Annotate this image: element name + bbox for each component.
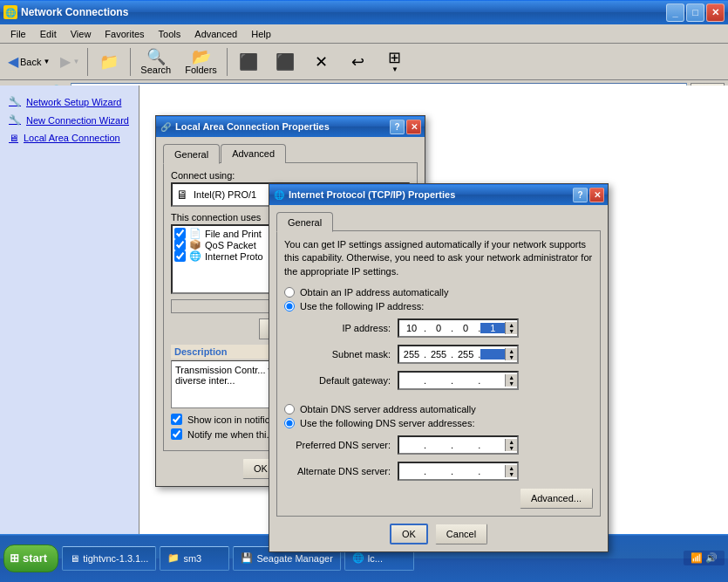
ip-seg-2[interactable] (426, 323, 451, 333)
adns-seg-4[interactable] (480, 466, 505, 476)
views-button[interactable]: ⊞ ▼ (378, 47, 412, 76)
forward-button[interactable]: ▶ ▼ (56, 51, 84, 72)
pdns-spin-up[interactable]: ▲ (506, 439, 517, 445)
tcp-cancel-button[interactable]: Cancel (435, 524, 487, 544)
sidebar-item-new-connection[interactable]: 🔧 New Connection Wizard (7, 111, 132, 129)
menu-view[interactable]: View (64, 27, 99, 41)
pdns-spinbox[interactable]: ▲ ▼ (505, 439, 517, 451)
menu-advanced[interactable]: Advanced (187, 27, 244, 41)
ip-spinbox[interactable]: ▲ ▼ (505, 322, 517, 334)
gw-spinbox[interactable]: ▲ ▼ (505, 374, 517, 387)
advanced-button[interactable]: Advanced... (520, 488, 593, 509)
tcp-ok-button[interactable]: OK (390, 524, 428, 544)
menu-favorites[interactable]: Favorites (98, 27, 151, 41)
gw-seg-4[interactable] (480, 375, 505, 386)
item-3-checkbox[interactable] (174, 250, 186, 262)
gw-spin-up[interactable]: ▲ (506, 374, 517, 380)
ip-seg-3[interactable] (453, 323, 478, 333)
auto-ip-radio-label[interactable]: Obtain an IP address automatically (284, 287, 593, 298)
lac-dialog-icon: 🔗 (160, 120, 172, 133)
back-dropdown-icon[interactable]: ▼ (43, 58, 50, 65)
copy-button[interactable]: ⬛ (268, 51, 303, 72)
tcp-help-button[interactable]: ? (573, 188, 588, 202)
subnet-spinbox[interactable]: ▲ ▼ (505, 348, 517, 360)
tab-general[interactable]: General (163, 144, 220, 164)
manual-dns-radio-label[interactable]: Use the following DNS server addresses: (284, 418, 593, 428)
adns-seg-3[interactable] (453, 466, 478, 476)
search-button[interactable]: 🔍 Search (134, 46, 177, 78)
start-button[interactable]: ⊞ start (3, 544, 58, 572)
delete-button[interactable]: ✕ (304, 51, 339, 72)
subnet-seg-1[interactable] (399, 349, 424, 359)
minimize-button[interactable]: _ (666, 3, 684, 22)
subnet-spin-down[interactable]: ▼ (506, 354, 517, 360)
gw-spin-down[interactable]: ▼ (506, 380, 517, 387)
alternate-dns-input[interactable]: . . . ▲ ▼ (398, 462, 519, 481)
show-icon-checkbox[interactable] (171, 414, 182, 425)
default-gateway-input[interactable]: . . . ▲ ▼ (398, 371, 519, 390)
adns-spin-up[interactable]: ▲ (506, 465, 517, 471)
sidebar-item-local-area[interactable]: 🖥 Local Area Connection (7, 129, 132, 147)
subnet-seg-2[interactable] (426, 349, 451, 359)
item-2-checkbox[interactable] (174, 239, 186, 250)
subnet-spin-up[interactable]: ▲ (506, 348, 517, 354)
folders-button[interactable]: 📂 Folders (179, 46, 223, 78)
pdns-seg-3[interactable] (453, 440, 478, 450)
adns-seg-1[interactable] (399, 466, 424, 476)
manual-dns-radio[interactable] (284, 418, 295, 428)
ip-spin-down[interactable]: ▼ (506, 328, 517, 334)
preferred-dns-input[interactable]: . . . ▲ ▼ (398, 435, 519, 455)
up-button[interactable]: 📁 (92, 51, 126, 72)
gw-seg-1[interactable] (399, 375, 424, 386)
taskbar-item-sm3[interactable]: 📁 sm3 (160, 546, 229, 571)
manual-ip-radio-label[interactable]: Use the following IP address: (284, 301, 593, 312)
menu-edit[interactable]: Edit (33, 27, 64, 41)
system-tray: 📶 🔊 (684, 551, 725, 565)
subnet-seg-3[interactable] (453, 349, 478, 359)
auto-dns-radio-label[interactable]: Obtain DNS server address automatically (284, 404, 593, 414)
auto-ip-radio[interactable] (284, 287, 295, 298)
item-2-icon: 📦 (189, 239, 201, 250)
lac-close-button[interactable]: ✕ (406, 120, 421, 134)
advanced-section: Advanced... (284, 488, 593, 509)
gw-seg-3[interactable] (453, 375, 478, 386)
move-button[interactable]: ⬛ (231, 51, 266, 72)
ip-seg-1[interactable] (399, 323, 424, 333)
menu-tools[interactable]: Tools (152, 27, 188, 41)
menu-help[interactable]: Help (244, 27, 278, 41)
tcp-close-button[interactable]: ✕ (589, 188, 604, 202)
subnet-seg-4[interactable] (480, 349, 505, 359)
auto-dns-radio[interactable] (284, 404, 295, 414)
pdns-seg-2[interactable] (426, 440, 451, 450)
pdns-seg-4[interactable] (480, 440, 505, 450)
pdns-spin-down[interactable]: ▼ (506, 445, 517, 451)
ip-address-input[interactable]: . . . ▲ ▼ (398, 318, 519, 338)
left-panel: 🔧 Network Setup Wizard 🔧 New Connection … (0, 86, 139, 534)
menu-file[interactable]: File (3, 27, 33, 41)
maximize-button[interactable]: □ (686, 3, 704, 22)
close-button[interactable]: ✕ (706, 3, 725, 22)
pdns-seg-1[interactable] (399, 440, 424, 450)
adns-spinbox[interactable]: ▲ ▼ (505, 465, 517, 477)
tcp-dialog-buttons: OK Cancel (276, 524, 601, 544)
notify-checkbox[interactable] (171, 428, 182, 440)
tcp-tab-general[interactable]: General (276, 212, 333, 232)
adns-seg-2[interactable] (426, 466, 451, 476)
forward-dropdown-icon[interactable]: ▼ (72, 58, 79, 65)
ip-seg-4[interactable] (480, 323, 505, 333)
views-dropdown-icon[interactable]: ▼ (391, 65, 398, 73)
ip-spin-up[interactable]: ▲ (506, 322, 517, 328)
back-button[interactable]: ◀ Back ▼ (3, 51, 54, 72)
gw-seg-2[interactable] (426, 375, 451, 386)
item-1-checkbox[interactable] (174, 228, 186, 239)
taskbar-item-tightvnc[interactable]: 🖥 tightvnc-1.3.1... (62, 546, 156, 571)
adns-spin-down[interactable]: ▼ (506, 471, 517, 477)
tcp-dialog-icon: 🌐 (273, 188, 285, 201)
lac-dialog-title-bar: 🔗 Local Area Connection Properties ? ✕ (156, 116, 425, 137)
lac-help-button[interactable]: ? (390, 120, 405, 134)
manual-ip-radio[interactable] (284, 301, 295, 312)
subnet-mask-input[interactable]: . . . ▲ ▼ (398, 345, 519, 364)
sidebar-item-network-setup[interactable]: 🔧 Network Setup Wizard (7, 92, 132, 111)
tab-advanced[interactable]: Advanced (221, 144, 286, 163)
undo-button[interactable]: ↩ (341, 51, 376, 72)
